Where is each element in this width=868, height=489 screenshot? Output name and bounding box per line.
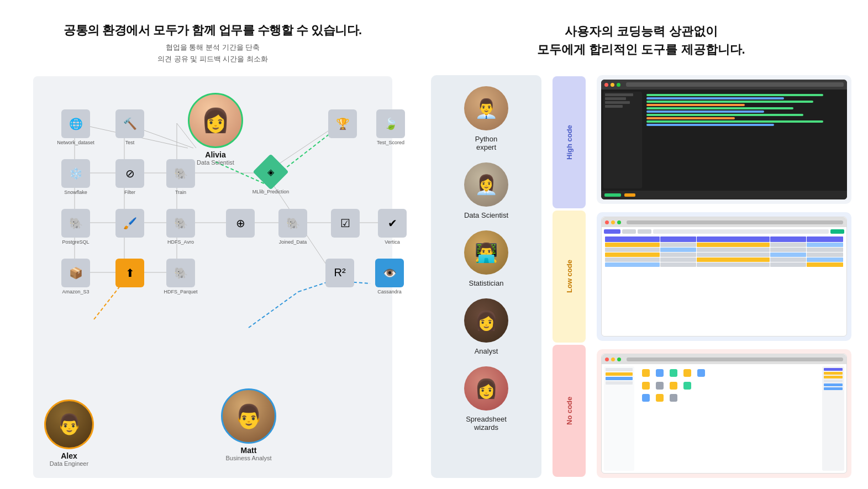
col-header <box>770 236 807 242</box>
node-train-label: Train <box>175 190 186 195</box>
col-header <box>660 236 697 242</box>
canvas-body <box>602 364 846 473</box>
canvas-node <box>656 369 664 377</box>
panel-item <box>824 380 843 382</box>
persona-analyst-name: Analyst <box>475 347 498 355</box>
table-cell <box>697 262 769 267</box>
node-brush2: 🖌️ <box>111 209 149 239</box>
ide-sidebar <box>603 92 642 188</box>
titlebar-dot-green <box>617 220 621 224</box>
node-trophy: 🏆 <box>323 109 362 140</box>
node-test-scored: 🍃 Test_Scored <box>371 109 410 145</box>
panel-item <box>824 376 843 378</box>
table-cell <box>660 253 697 257</box>
toolbar-btn <box>604 229 620 234</box>
personas-column: 👨‍💼 Pythonexpert 👩‍💼 Data Scientist 👨‍💻 … <box>431 75 541 478</box>
subtitle-line1: 협업을 통해 분석 기간을 단축 <box>166 43 260 51</box>
table-cell <box>605 253 660 257</box>
persona-datascientist-name: Data Scientist <box>464 211 508 219</box>
col-header <box>807 236 843 242</box>
code-line <box>646 117 735 119</box>
persona-python-name: Pythonexpert <box>475 135 497 151</box>
code-level-high: High code <box>553 76 586 208</box>
canvas-sidebar <box>604 366 634 471</box>
table-row <box>605 257 843 262</box>
left-title-block: 공통의 환경에서 모두가 함께 업무를 수행할 수 있습니다. <box>33 22 392 39</box>
table-row <box>605 253 843 257</box>
ide-status-item <box>604 193 621 197</box>
table-address-bar <box>627 220 843 224</box>
node-snowflake: ❄️ Snowflake <box>56 159 95 195</box>
ide-sidebar-item <box>605 93 633 96</box>
table-cell <box>770 248 807 252</box>
table-cell <box>807 243 843 247</box>
node-amazon-s3: 📦 Amazon_S3 <box>56 259 95 295</box>
screenshot-high-code <box>597 75 851 204</box>
node-network-dataset-label: Network_dataset <box>57 140 94 145</box>
node-step: ⬆ <box>111 259 149 289</box>
titlebar-dot-green <box>617 83 620 87</box>
node-vertica-label: Vertica <box>385 239 400 245</box>
table-cell <box>770 243 807 247</box>
canvas-node <box>656 394 664 402</box>
canvas-node <box>642 369 650 377</box>
screenshot-low-code <box>597 212 851 341</box>
persona-analyst-avatar: 👩 <box>464 298 508 343</box>
node-joined-data-label: Joined_Data <box>279 239 307 245</box>
table-cell <box>660 243 697 247</box>
node-mllib: ◈ MLlib_Prediction <box>251 159 290 194</box>
left-main-title: 공통의 환경에서 모두가 함께 업무를 수행할 수 있습니다. <box>33 22 392 39</box>
code-line <box>646 107 793 109</box>
ide-status-item <box>624 193 635 197</box>
canvas-titlebar <box>602 354 846 364</box>
canvas-node <box>697 369 705 377</box>
code-line <box>646 124 774 126</box>
table-cell <box>697 248 769 252</box>
node-network-dataset: 🌐 Network_dataset <box>56 109 95 145</box>
code-level-no: No code <box>553 345 586 477</box>
data-table <box>604 235 844 268</box>
avatar-alivia: 👩 Alivia Data Scientist <box>188 93 243 166</box>
code-level-no-label: No code <box>565 397 574 425</box>
panel-item <box>606 372 633 376</box>
node-hdfs-avro: 🐘 HDFS_Avro <box>161 209 200 245</box>
table-cell <box>605 262 660 267</box>
alex-role: Data Engineer <box>50 460 88 467</box>
table-cell <box>807 262 843 267</box>
node-test-scored-label: Test_Scored <box>377 140 404 145</box>
alivia-role: Data Scientist <box>197 159 234 166</box>
code-level-low: Low code <box>553 211 586 343</box>
toolbar-spacer <box>653 229 829 234</box>
ide-body <box>601 90 847 191</box>
col-header <box>697 236 769 242</box>
ide-mockup <box>601 80 847 199</box>
titlebar-dot-yellow <box>611 220 615 224</box>
node-filter: ⊘ Filter <box>111 159 149 195</box>
titlebar-dot-yellow <box>611 357 615 361</box>
panel-item <box>824 383 843 386</box>
ide-sidebar-item <box>605 97 626 100</box>
canvas-node <box>642 382 650 390</box>
col-header <box>605 236 660 242</box>
panel-item <box>824 368 843 371</box>
code-line <box>646 114 803 116</box>
node-joined-data: 🐘 Joined_Data <box>273 209 312 245</box>
node-join: ⊕ <box>221 209 260 239</box>
table-mockup-card <box>601 217 847 336</box>
table-cell <box>660 262 697 267</box>
matt-name: Matt <box>241 446 257 455</box>
code-line <box>646 120 823 123</box>
code-line <box>646 104 745 106</box>
table-cell <box>770 262 807 267</box>
persona-spreadsheet-avatar: 👩 <box>464 366 508 411</box>
persona-statistician: 👨‍💻 Statistician <box>439 230 533 287</box>
canvas-main <box>636 366 844 471</box>
canvas-address-bar <box>627 357 843 361</box>
node-hdfs-avro-label: HDFS_Avro <box>167 239 194 245</box>
code-level-low-label: Low code <box>565 260 574 293</box>
code-line <box>646 101 813 103</box>
table-header <box>605 236 843 242</box>
canvas-node <box>670 369 677 377</box>
table-cell <box>770 257 807 262</box>
persona-statistician-name: Statistician <box>469 279 504 287</box>
